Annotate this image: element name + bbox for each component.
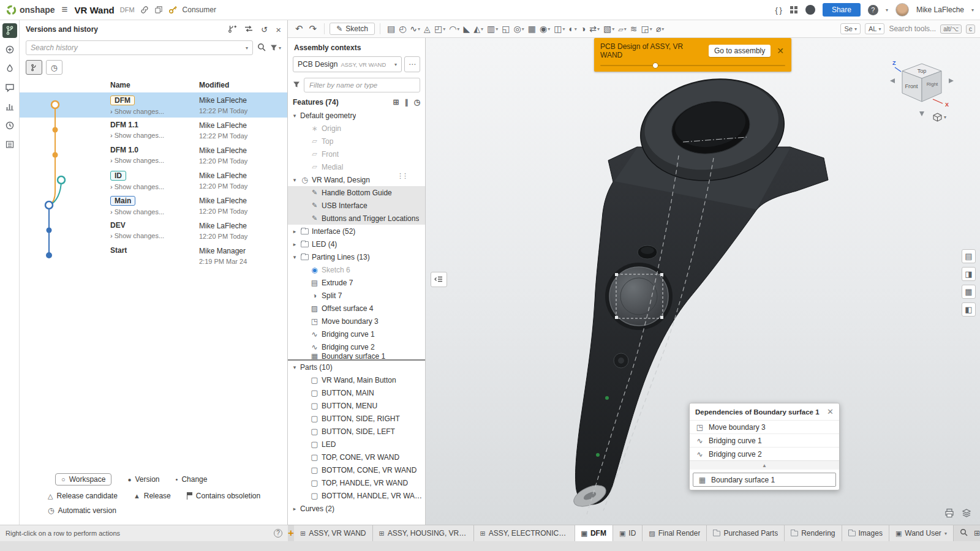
toolbar-tool[interactable] [408, 24, 422, 34]
toolbar-tool[interactable] [526, 24, 538, 34]
context-selector[interactable]: PCB Design ASSY, VR WAND ▾ [293, 56, 402, 72]
slider-knob[interactable] [652, 62, 658, 69]
toolbar-tool[interactable] [601, 24, 616, 34]
context-menu-button[interactable]: ⋯ [404, 56, 420, 72]
context-opacity-slider[interactable] [600, 65, 785, 66]
go-to-assembly-button[interactable]: Go to assembly [709, 45, 771, 57]
toolbar-tool[interactable] [579, 24, 587, 34]
banner-close-icon[interactable]: ✕ [775, 46, 785, 56]
flat-history-toggle[interactable]: ◷ [46, 60, 62, 75]
suppress-icon[interactable]: ∥ [405, 98, 409, 107]
version-row[interactable]: Main Show changes... Mike LaFleche 12:20… [20, 193, 287, 218]
search-dropdown-caret-icon[interactable]: ▾ [246, 45, 248, 51]
tree-caret-icon[interactable] [292, 177, 298, 183]
notifications-icon[interactable] [805, 5, 815, 15]
dependency-item[interactable]: Move boundary 3 [690, 420, 839, 433]
feature-row[interactable]: Move boundary 3 [288, 315, 425, 328]
search-tools-input[interactable]: Search tools... [889, 24, 936, 33]
feature-row[interactable]: BUTTON, SIDE, RIGHT [288, 412, 425, 425]
toolbar-tool[interactable] [485, 24, 500, 34]
create-version-icon[interactable] [228, 24, 236, 35]
feature-row[interactable]: Bridging curve 1 [288, 328, 425, 340]
legend-automatic-version[interactable]: Automatic version [48, 506, 116, 515]
tree-caret-icon[interactable] [292, 506, 298, 512]
close-panel-icon[interactable]: × [276, 24, 281, 35]
appearance-icon[interactable] [2, 61, 17, 76]
feature-row[interactable]: Top [288, 135, 425, 148]
document-tab[interactable]: Purchased Parts [707, 525, 785, 541]
status-help-icon[interactable]: ? [274, 529, 282, 538]
legend-workspace[interactable]: Workspace [55, 473, 111, 485]
document-tab[interactable]: Rendering [785, 525, 842, 541]
feature-row[interactable]: Default geometry [288, 109, 425, 122]
feature-filter-input[interactable]: Filter by name or type [304, 78, 420, 92]
show-changes-link[interactable]: Show changes... [110, 183, 199, 190]
feature-row[interactable]: BUTTON, SIDE, LEFT [288, 425, 425, 438]
feature-row[interactable]: USB Interface [288, 199, 425, 212]
dependency-item[interactable]: Bridging curve 1 [690, 433, 839, 447]
version-row[interactable]: DFM Show changes... Mike LaFleche 12:22 … [20, 92, 287, 118]
toolbar-tool[interactable] [422, 24, 432, 34]
feature-row[interactable]: VR Wand, Main Button [288, 373, 425, 386]
bom-icon[interactable] [2, 137, 17, 152]
rotate-right-arrow-icon[interactable] [949, 78, 954, 83]
compare-icon[interactable] [244, 24, 253, 35]
app-store-icon[interactable] [790, 6, 798, 14]
toolbar-tool[interactable] [654, 24, 666, 34]
show-changes-link[interactable]: Show changes... [110, 232, 199, 239]
cube-right-label[interactable]: Right [927, 81, 938, 87]
user-avatar[interactable] [895, 3, 909, 17]
main-menu-icon[interactable]: ≡ [62, 4, 68, 16]
toolbar-tool[interactable] [616, 24, 628, 34]
feature-row[interactable]: TOP, HANDLE, VR WAND [288, 476, 425, 489]
show-changes-link[interactable]: Show changes... [110, 208, 199, 216]
analytics-icon[interactable] [2, 99, 17, 114]
feature-row[interactable]: Front [288, 148, 425, 160]
document-tab[interactable]: ASSY, HOUSING, VR W... [373, 525, 474, 541]
toolbar-tool[interactable] [500, 24, 511, 34]
tree-caret-icon[interactable] [292, 241, 298, 247]
toolbar-tool[interactable] [628, 24, 639, 34]
toolbar-tool[interactable] [385, 24, 397, 34]
dependencies-close-icon[interactable]: ✕ [827, 407, 834, 416]
link-icon[interactable] [140, 6, 149, 14]
document-tab[interactable]: Images [842, 525, 889, 541]
document-tab[interactable]: Wand User [889, 525, 954, 541]
feature-list-panel-icon[interactable]: ▤ [962, 249, 976, 263]
onshape-logo[interactable]: onshape [6, 5, 55, 15]
dependency-item[interactable]: Bridging curve 2 [690, 447, 839, 460]
rollback-drag-handle[interactable]: ⋮⋮ [397, 172, 407, 180]
feature-row[interactable]: BOTTOM, CONE, VR WAND [288, 463, 425, 476]
toolbar-tool[interactable] [432, 24, 447, 34]
feature-row[interactable]: LED (4) [288, 238, 425, 250]
toolbar-tool[interactable] [587, 24, 601, 34]
document-tab[interactable]: ID [613, 525, 643, 541]
feature-row[interactable]: Split 7 [288, 289, 425, 302]
tree-caret-icon[interactable] [292, 228, 298, 234]
search-history-input[interactable]: Search history ▾ [26, 40, 253, 55]
configuration-panel-icon[interactable]: ◧ [962, 302, 976, 317]
new-tab-button[interactable]: + [288, 525, 294, 541]
toolbar-tool[interactable] [552, 24, 567, 34]
legend-release-candidate[interactable]: Release candidate [48, 492, 118, 500]
copy-workspace-icon[interactable] [154, 6, 163, 14]
printer-icon[interactable] [944, 508, 954, 520]
feature-row[interactable]: TOP, CONE, VR WAND [288, 451, 425, 463]
toolbar-tool[interactable] [511, 24, 526, 34]
feature-row[interactable]: Buttons and Trigger Locations [288, 212, 425, 225]
manage-tabs-icon[interactable]: ⊞ [974, 529, 980, 538]
undo-button[interactable]: ↶ [293, 23, 306, 34]
tables-panel-icon[interactable]: ▦ [962, 285, 976, 299]
toolbar-tool[interactable] [397, 24, 408, 34]
history-icon[interactable] [2, 118, 17, 133]
toolbar-tool[interactable] [472, 24, 485, 34]
view-cube[interactable]: Top Front Right Z X [884, 51, 960, 122]
feature-row[interactable]: Interface (52) [288, 225, 425, 238]
rotate-left-arrow-icon[interactable] [890, 78, 895, 83]
document-tab[interactable]: ASSY, VR WAND [294, 525, 373, 541]
feature-row[interactable]: Bridging curve 2 [288, 340, 425, 353]
insert-context-icon[interactable]: ⊞ [393, 98, 399, 107]
feature-row[interactable]: Handle Bottom Guide [288, 186, 425, 199]
feature-row[interactable]: LED [288, 438, 425, 451]
feature-row[interactable]: BUTTON, MAIN [288, 386, 425, 399]
